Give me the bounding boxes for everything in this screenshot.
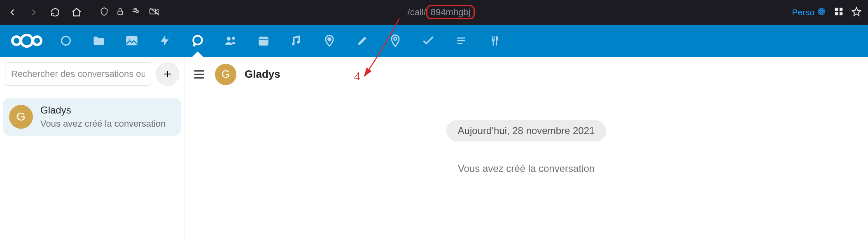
text-app-icon[interactable] — [445, 25, 478, 57]
svg-rect-15 — [127, 37, 137, 45]
svg-point-11 — [12, 37, 21, 45]
svg-point-17 — [193, 36, 202, 44]
svg-point-16 — [129, 38, 131, 40]
url-highlighted-token: 894mhgbj — [426, 5, 475, 19]
talk-app-icon[interactable] — [181, 25, 214, 57]
app-nav — [49, 25, 511, 57]
main-area: G Gladys Vous avez créé la conversation … — [0, 57, 868, 241]
svg-point-12 — [21, 35, 33, 46]
conversation-subtitle: Vous avez créé la conversation — [40, 118, 166, 129]
svg-point-14 — [62, 37, 70, 45]
extensions-icon[interactable] — [834, 7, 843, 18]
notes-app-icon[interactable] — [346, 25, 379, 57]
conversation-text: Gladys Vous avez créé la conversation — [40, 104, 166, 129]
tasks-app-icon[interactable] — [412, 25, 445, 57]
contacts-app-icon[interactable] — [214, 25, 247, 57]
svg-point-19 — [232, 37, 235, 40]
fingerprint-icon — [817, 7, 826, 18]
profile-label: Perso — [792, 7, 814, 17]
new-conversation-button[interactable] — [156, 63, 179, 86]
app-header — [0, 25, 868, 57]
browser-toolbar: /call/894mhgbj Perso — [0, 0, 868, 25]
maps-app-icon[interactable] — [379, 25, 412, 57]
location-app-icon[interactable] — [313, 25, 346, 57]
svg-rect-9 — [835, 12, 838, 15]
system-message: Vous avez créé la conversation — [458, 163, 595, 174]
browser-right-controls: Perso — [792, 7, 861, 18]
files-app-icon[interactable] — [82, 25, 115, 57]
nextcloud-logo[interactable] — [4, 32, 49, 49]
svg-rect-20 — [259, 37, 268, 45]
svg-point-1 — [136, 10, 138, 13]
reload-button[interactable] — [49, 7, 61, 18]
conversation-name: Gladys — [40, 104, 166, 116]
chat-content: G Gladys Aujourd'hui, 28 novembre 2021 V… — [184, 57, 868, 241]
svg-rect-7 — [835, 8, 838, 11]
music-app-icon[interactable] — [280, 25, 313, 57]
url-text: /call/894mhgbj — [408, 7, 475, 18]
dashboard-app-icon[interactable] — [49, 25, 82, 57]
avatar: G — [9, 105, 33, 129]
profile-button[interactable]: Perso — [792, 7, 826, 18]
svg-point-22 — [394, 37, 397, 40]
back-button[interactable] — [7, 7, 18, 18]
nav-buttons — [7, 7, 82, 18]
permissions-icon[interactable] — [132, 7, 142, 17]
shield-icon[interactable] — [100, 7, 109, 18]
chat-header: G Gladys — [184, 57, 868, 92]
chat-body: Aujourd'hui, 28 novembre 2021 Vous avez … — [184, 92, 868, 241]
url-security-icons — [100, 7, 160, 18]
lock-icon[interactable] — [116, 7, 124, 17]
url-bar[interactable]: /call/894mhgbj — [96, 4, 787, 21]
forward-button[interactable] — [28, 7, 40, 18]
svg-point-5 — [819, 9, 824, 14]
chat-avatar: G — [215, 64, 236, 85]
annotation-number: 4 — [354, 69, 360, 83]
sidebar-toggle-button[interactable] — [192, 67, 207, 82]
url-path: /call/ — [408, 7, 426, 17]
home-button[interactable] — [71, 7, 82, 18]
svg-point-18 — [227, 37, 231, 41]
svg-point-13 — [33, 37, 41, 45]
cookbook-app-icon[interactable] — [478, 25, 511, 57]
svg-rect-8 — [840, 8, 842, 11]
svg-rect-0 — [118, 11, 123, 14]
date-separator: Aujourd'hui, 28 novembre 2021 — [446, 120, 607, 141]
svg-rect-10 — [840, 12, 842, 15]
conversation-sidebar: G Gladys Vous avez créé la conversation — [0, 57, 184, 241]
svg-point-21 — [328, 38, 331, 41]
activity-app-icon[interactable] — [148, 25, 181, 57]
camera-blocked-icon[interactable] — [149, 7, 160, 18]
conversation-item[interactable]: G Gladys Vous avez créé la conversation — [3, 98, 181, 136]
calendar-app-icon[interactable] — [247, 25, 280, 57]
photos-app-icon[interactable] — [115, 25, 148, 57]
search-row — [3, 61, 181, 87]
svg-point-2 — [135, 8, 136, 10]
bookmark-star-icon[interactable] — [852, 7, 861, 18]
svg-point-4 — [820, 10, 823, 13]
search-input[interactable] — [5, 63, 151, 86]
chat-title: Gladys — [245, 68, 280, 81]
